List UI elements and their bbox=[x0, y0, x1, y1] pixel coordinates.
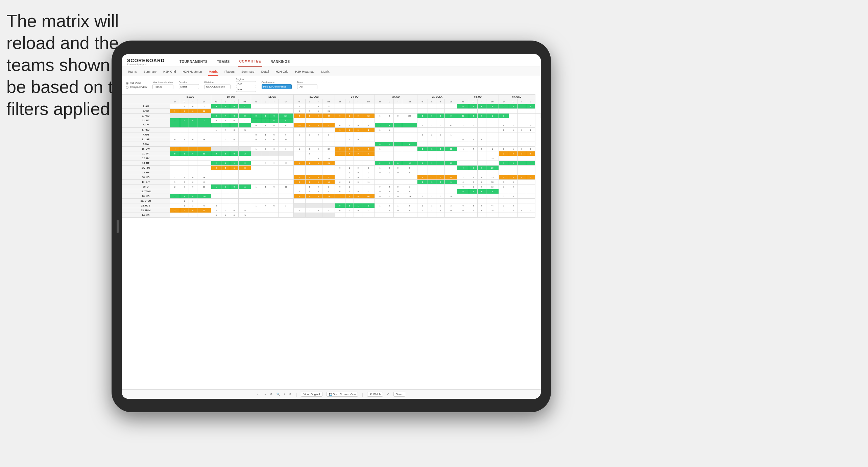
table-row: 4. UNC 1001 0100 1000 bbox=[122, 118, 541, 123]
table-row: 19. TAMU 0100 0200 0200 0100 bbox=[122, 189, 541, 194]
table-row: 1. AU 1202 0100 20027 0100 100 bbox=[122, 104, 541, 109]
row-label-tamu: 19. TAMU bbox=[122, 189, 170, 194]
table-row: 10. UW 4 1301 13032 0417 1 21053 1451 01… bbox=[122, 147, 541, 151]
row-label-uo: 16. UO bbox=[122, 175, 170, 180]
refresh-button[interactable]: ⟳ bbox=[289, 393, 292, 396]
team-label: Team bbox=[297, 81, 317, 83]
nav-teams[interactable]: TEAMS bbox=[216, 57, 231, 66]
row-label-git: 17. GIT bbox=[122, 180, 170, 185]
nav-items: TOURNAMENTS TEAMS COMMITTEE RANKINGS bbox=[178, 57, 291, 67]
zoom-out-button[interactable]: 🔍 bbox=[276, 393, 280, 396]
nav-committee[interactable]: COMMITTEE bbox=[238, 57, 263, 67]
subnav-summary2[interactable]: Summary bbox=[241, 68, 255, 76]
subnav-matrix2[interactable]: Matrix bbox=[320, 68, 330, 76]
table-row: 17. GIT 1008 01010 01011 0100 02018 10 bbox=[122, 180, 541, 185]
gender-select[interactable]: Men's bbox=[179, 84, 199, 89]
save-custom-button[interactable]: 💾 Save Custom View bbox=[327, 392, 358, 397]
subnav-matrix[interactable]: Matrix bbox=[208, 68, 219, 76]
max-teams-label: Max teams in view bbox=[152, 81, 173, 83]
row-label-ug: 20. UG bbox=[122, 194, 170, 199]
table-row: 16. UO 21014 1101 1100 21011 11013 2001 bbox=[122, 175, 541, 180]
nav-rankings[interactable]: RANKINGS bbox=[269, 57, 291, 66]
subnav-summary[interactable]: Summary bbox=[143, 68, 158, 76]
row-label-u: 18. U bbox=[122, 185, 170, 189]
table-row: 9. UA 010 bbox=[122, 142, 541, 147]
row-label-uv: 12. UV bbox=[122, 156, 170, 161]
sub-l1: L bbox=[180, 99, 189, 104]
sub-t4: T bbox=[314, 99, 322, 104]
subnav-h2h-grid[interactable]: H2H Grid bbox=[163, 68, 177, 76]
row-label-ut2: 13. UT bbox=[122, 161, 170, 166]
sub-l8: L bbox=[469, 99, 478, 104]
undo-button[interactable]: ↩ bbox=[257, 393, 260, 396]
row-label-uaf: 8. UAF bbox=[122, 137, 170, 142]
row-label-etsu: 21. ETSU bbox=[122, 199, 170, 203]
share-button-icon[interactable]: ⤢ bbox=[387, 393, 389, 396]
col-ucb: 22. UCB bbox=[293, 95, 335, 99]
row-label-asu: 3. ASU bbox=[122, 114, 170, 118]
division-select[interactable]: NCAA Division I bbox=[204, 84, 231, 89]
view-original-button[interactable]: View: Original bbox=[301, 392, 322, 397]
sub-w5: W bbox=[335, 99, 345, 104]
conference-select[interactable]: Pac-12 Conference bbox=[262, 84, 292, 89]
row-label-uf: 15. UF bbox=[122, 170, 170, 175]
col-asu: 3. ASU bbox=[170, 95, 211, 99]
settings-button[interactable]: ⚙ bbox=[270, 393, 272, 396]
col-su: 27. SU bbox=[375, 95, 417, 99]
table-row: 24. UO 02029 bbox=[122, 213, 541, 218]
sub-navigation: Teams Summary H2H Grid H2H Heatmap Matri… bbox=[122, 67, 541, 76]
table-row: 5. UT 0140 35101 0102 10 11040 10 010 bbox=[122, 123, 541, 128]
share-button[interactable]: Share bbox=[393, 392, 405, 397]
sub-w4: W bbox=[293, 99, 305, 104]
division-filter: Division NCAA Division I bbox=[204, 81, 231, 89]
subnav-h2h-heatmap2[interactable]: H2H Heatmap bbox=[294, 68, 315, 76]
row-label-fsu: 6. FSU bbox=[122, 128, 170, 132]
subnav-h2h-heatmap[interactable]: H2H Heatmap bbox=[182, 68, 203, 76]
sub-t7: T bbox=[436, 99, 445, 104]
logo-area: SCOREBOARD Powered by clippd bbox=[127, 58, 165, 66]
watch-button[interactable]: 👁 Watch bbox=[367, 392, 383, 397]
table-row: 20. UG 110-34 01023 11040 01019 0100 10 bbox=[122, 194, 541, 199]
redo-button[interactable]: ↪ bbox=[264, 393, 266, 396]
region-select-1[interactable]: N/A bbox=[236, 81, 256, 86]
row-label-ua2: 11. UA bbox=[122, 151, 170, 156]
region-select-2[interactable]: N/A bbox=[236, 87, 256, 92]
sub-w7: W bbox=[417, 99, 428, 104]
table-row: 6. FSU 14025 1101 01 0102 bbox=[122, 128, 541, 132]
compact-view-radio[interactable]: Compact View bbox=[126, 85, 147, 89]
nav-tournaments[interactable]: TOURNAMENTS bbox=[178, 57, 209, 66]
team-select[interactable]: (All) bbox=[297, 84, 317, 89]
sub-t5: T bbox=[354, 99, 362, 104]
tablet-device: SCOREBOARD Powered by clippd TOURNAMENTS… bbox=[112, 41, 551, 412]
sub-d4: Dif bbox=[322, 99, 335, 104]
region-label: Region bbox=[236, 78, 256, 80]
max-teams-select[interactable]: Top 25 bbox=[152, 84, 173, 89]
logo-subtitle: Powered by clippd bbox=[127, 63, 165, 66]
compact-view-label: Compact View bbox=[130, 85, 147, 89]
subnav-h2h-grid2[interactable]: H2H Grid bbox=[275, 68, 289, 76]
sub-w6: W bbox=[375, 99, 385, 104]
bottom-toolbar: ↩ ↪ ⚙ 🔍 + ⟳ | View: Original 💾 Save Cust… bbox=[122, 389, 541, 399]
row-label-unm: 23. UNM bbox=[122, 208, 170, 213]
division-label: Division bbox=[204, 81, 231, 83]
sub-t8: T bbox=[478, 99, 486, 104]
toolbar-sep1: | bbox=[296, 392, 297, 397]
save-icon: 💾 bbox=[329, 393, 332, 396]
subnav-detail[interactable]: Detail bbox=[261, 68, 270, 76]
subnav-teams[interactable]: Teams bbox=[127, 68, 138, 76]
col-uo: 24. UO bbox=[335, 95, 375, 99]
matrix-content[interactable]: 3. ASU 10. UW 11. UA 22. UCB 24. UO 27. … bbox=[122, 94, 541, 389]
filter-row: Full View Compact View Max teams in view… bbox=[122, 76, 541, 94]
sub-d3: Dif bbox=[279, 99, 294, 104]
table-row: 18. U 20011 10011 11011 101 01 0201 0101… bbox=[122, 185, 541, 189]
sub-t2: T bbox=[230, 99, 238, 104]
table-row: 8. UAF 01014 120 01015 1011 010 bbox=[122, 137, 541, 142]
conference-label: Conference bbox=[262, 81, 292, 83]
zoom-in-button[interactable]: + bbox=[284, 393, 286, 396]
sub-l9: L bbox=[509, 99, 517, 104]
sub-d5: Dif bbox=[362, 99, 375, 104]
team-filter: Team (All) bbox=[297, 81, 317, 89]
subnav-players[interactable]: Players bbox=[224, 68, 235, 76]
sub-t9: T bbox=[517, 99, 526, 104]
full-view-radio[interactable]: Full View bbox=[126, 81, 147, 84]
